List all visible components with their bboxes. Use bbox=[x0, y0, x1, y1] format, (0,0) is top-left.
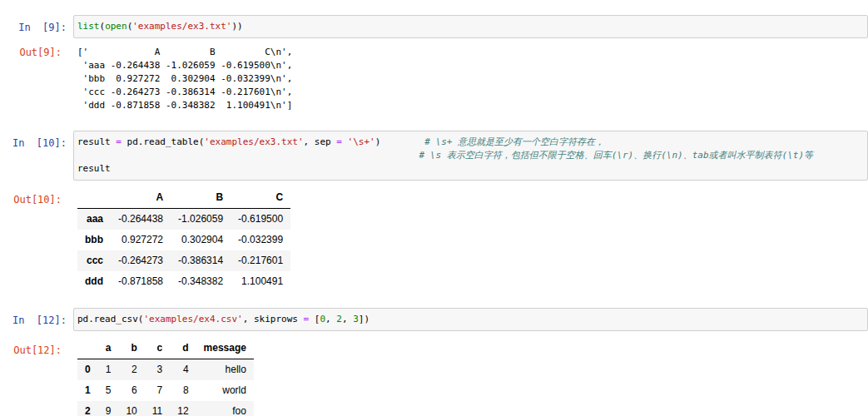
code-token bbox=[342, 136, 348, 147]
output-area-10: Out[10]: ABCaaa-0.264438-1.026059-0.6195… bbox=[0, 187, 868, 292]
output-area-12: Out[12]: abcdmessage01234hello15678world… bbox=[0, 338, 868, 416]
cell-value: -0.348382 bbox=[171, 271, 231, 292]
code-token: , skiprows bbox=[243, 314, 304, 324]
code-token: , sep bbox=[304, 136, 337, 147]
table-row: ccc-0.264273-0.386314-0.217601 bbox=[77, 250, 290, 271]
cell-value: 0.927272 bbox=[111, 230, 171, 250]
cell-value: -0.871858 bbox=[111, 271, 171, 292]
cell-value: -0.217601 bbox=[231, 250, 290, 271]
input-prompt: In [10]: bbox=[0, 131, 73, 150]
row-index: ddd bbox=[77, 271, 111, 292]
cell-value: 2 bbox=[118, 359, 144, 381]
code-token: result bbox=[77, 163, 111, 174]
code-line: list(open('examples/ex3.txt')) bbox=[77, 20, 864, 33]
cell-value: -0.264273 bbox=[111, 250, 171, 271]
cell-value: 4 bbox=[170, 359, 196, 381]
code-token bbox=[77, 150, 419, 161]
output-content: [' A B C\n', 'aaa -0.264438 -1.026059 -0… bbox=[73, 46, 868, 112]
cell-value: 6 bbox=[118, 380, 144, 401]
code-token: 'examples/ex4.csv' bbox=[143, 314, 242, 324]
code-editor[interactable]: pd.read_csv('examples/ex4.csv', skiprows… bbox=[73, 308, 868, 331]
input-prompt: In [9]: bbox=[0, 15, 73, 34]
cell-value: -0.386314 bbox=[171, 250, 231, 271]
column-header: A bbox=[111, 187, 171, 209]
cell-value: 0.302904 bbox=[171, 230, 231, 250]
code-token: , bbox=[325, 314, 336, 324]
code-token: result bbox=[77, 136, 116, 147]
code-token: )) bbox=[231, 21, 242, 32]
cell-value: -0.264438 bbox=[111, 209, 171, 230]
cell-value: 3 bbox=[145, 359, 170, 381]
table-row: 15678world bbox=[77, 380, 254, 401]
code-token: # \s+ 意思就是至少有一个空白字符存在， bbox=[424, 136, 604, 147]
index-corner bbox=[77, 338, 98, 359]
table-row: ddd-0.871858-0.3483821.100491 bbox=[77, 271, 290, 292]
column-header: b bbox=[118, 338, 144, 359]
row-index: bbb bbox=[77, 230, 111, 250]
column-header: a bbox=[98, 338, 119, 359]
cell-value: -0.032399 bbox=[231, 230, 290, 250]
table-row: bbb0.9272720.302904-0.032399 bbox=[77, 230, 290, 250]
notebook: In [9]: list(open('examples/ex3.txt')) O… bbox=[0, 0, 868, 416]
dataframe-table: ABCaaa-0.264438-1.026059-0.619500bbb0.92… bbox=[77, 187, 290, 292]
column-header: message bbox=[196, 338, 254, 359]
row-index: 0 bbox=[77, 359, 98, 381]
cell-value: -1.026059 bbox=[171, 209, 231, 230]
cell-value: world bbox=[196, 380, 254, 401]
cell-value: 8 bbox=[170, 380, 196, 401]
code-cell-10: In [10]: result = pd.read_table('example… bbox=[0, 131, 868, 181]
code-token: = bbox=[336, 136, 342, 147]
code-token: list bbox=[77, 21, 100, 32]
table-row: aaa-0.264438-1.026059-0.619500 bbox=[77, 209, 290, 230]
column-header: c bbox=[145, 338, 170, 359]
column-header: d bbox=[170, 338, 196, 359]
output-prompt: Out[9]: bbox=[0, 46, 73, 59]
cell-value: 10 bbox=[118, 401, 144, 416]
cell-value: 12 bbox=[170, 401, 196, 416]
cell-value: foo bbox=[196, 401, 254, 416]
code-editor[interactable]: result = pd.read_table('examples/ex3.txt… bbox=[73, 131, 868, 181]
code-line: # \s 表示空白字符，包括但不限于空格、回车(\r)、换行(\n)、tab或者… bbox=[77, 149, 864, 162]
output-text: [' A B C\n', 'aaa -0.264438 -1.026059 -0… bbox=[77, 46, 868, 112]
row-index: aaa bbox=[77, 209, 111, 230]
code-line: result = pd.read_table('examples/ex3.txt… bbox=[77, 136, 864, 149]
output-prompt: Out[12]: bbox=[0, 338, 73, 357]
code-cell-9: In [9]: list(open('examples/ex3.txt')) bbox=[0, 15, 868, 38]
code-cell-12: In [12]: pd.read_csv('examples/ex4.csv',… bbox=[0, 308, 868, 331]
row-index: ccc bbox=[77, 250, 111, 271]
code-token: , bbox=[342, 314, 353, 324]
code-editor[interactable]: list(open('examples/ex3.txt')) bbox=[73, 15, 868, 38]
code-token: open bbox=[105, 21, 127, 32]
input-prompt: In [12]: bbox=[0, 308, 73, 327]
dataframe-table: abcdmessage01234hello15678world29101112f… bbox=[77, 338, 254, 416]
index-corner bbox=[77, 187, 111, 209]
code-content: list(open('examples/ex3.txt')) bbox=[77, 20, 864, 33]
code-token: ]) bbox=[359, 314, 370, 324]
code-token: 'examples/ex3.txt' bbox=[204, 136, 303, 147]
table-row: 01234hello bbox=[77, 359, 254, 381]
code-token: pd.read_csv( bbox=[77, 314, 143, 324]
output-prompt: Out[10]: bbox=[0, 187, 73, 206]
code-token: 3 bbox=[353, 314, 359, 324]
table-header-row: abcdmessage bbox=[77, 338, 254, 359]
output-content: ABCaaa-0.264438-1.026059-0.619500bbb0.92… bbox=[73, 187, 868, 292]
code-token: '\s+' bbox=[348, 136, 375, 147]
table-header-row: ABC bbox=[77, 187, 290, 209]
code-line: pd.read_csv('examples/ex4.csv', skiprows… bbox=[77, 313, 864, 326]
column-header: B bbox=[171, 187, 231, 209]
cell-value: hello bbox=[196, 359, 254, 381]
cell-value: 11 bbox=[145, 401, 170, 416]
code-content: pd.read_csv('examples/ex4.csv', skiprows… bbox=[77, 313, 864, 326]
cell-value: 1 bbox=[98, 359, 119, 381]
cell-value: 7 bbox=[145, 380, 170, 401]
code-token: 'examples/ex3.txt' bbox=[132, 21, 231, 32]
row-index: 1 bbox=[77, 380, 98, 401]
code-token: pd.read_table( bbox=[122, 136, 204, 147]
output-content: abcdmessage01234hello15678world29101112f… bbox=[73, 338, 868, 416]
cell-value: -0.619500 bbox=[231, 209, 290, 230]
row-index: 2 bbox=[77, 401, 98, 416]
column-header: C bbox=[231, 187, 290, 209]
cell-value: 5 bbox=[98, 380, 119, 401]
code-content: result = pd.read_table('examples/ex3.txt… bbox=[77, 136, 864, 176]
cell-value: 9 bbox=[98, 401, 119, 416]
